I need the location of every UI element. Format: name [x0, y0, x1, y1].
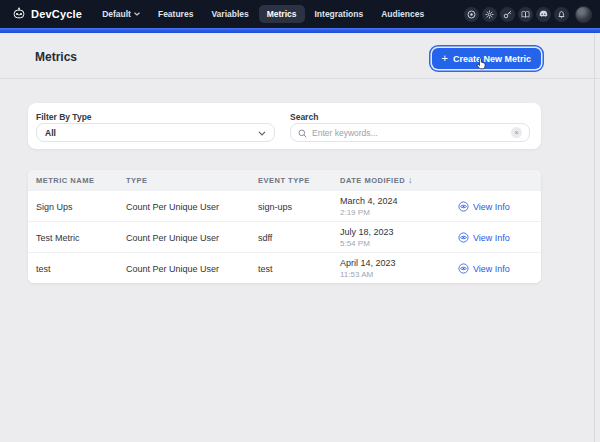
table-row[interactable]: test Count Per Unique User test April 14… — [28, 252, 541, 283]
nav-item-variables[interactable]: Variables — [203, 5, 256, 23]
nav-icon-group — [464, 6, 592, 23]
view-info-link[interactable]: View Info — [458, 232, 541, 243]
book-icon[interactable] — [518, 7, 533, 22]
target-icon[interactable] — [464, 7, 479, 22]
robot-icon — [12, 7, 26, 21]
sort-desc-icon: ↓ — [408, 175, 413, 185]
cell-event-type: test — [258, 264, 340, 274]
filter-type-value: All — [45, 128, 56, 138]
discord-icon[interactable] — [536, 7, 551, 22]
nav-item-metrics[interactable]: Metrics — [259, 5, 305, 23]
devcycle-logo[interactable]: DevCycle — [12, 7, 82, 21]
clear-search-icon[interactable]: × — [511, 127, 522, 138]
search-box: × — [290, 123, 530, 142]
plus-icon: + — [442, 53, 448, 64]
create-button-label: Create New Metric — [453, 54, 531, 64]
metrics-page: DevCycle Default Features Variables Metr… — [0, 0, 600, 442]
chevron-down-icon — [258, 128, 266, 138]
eye-icon — [458, 263, 469, 274]
cell-type: Count Per Unique User — [126, 264, 258, 274]
filter-card: Filter By Type All Search × — [28, 103, 541, 149]
cell-time: 11:53 AM — [340, 270, 452, 279]
search-label: Search — [290, 112, 318, 122]
scrollbar-track[interactable] — [594, 33, 595, 442]
col-metric-name[interactable]: Metric Name — [36, 176, 126, 185]
view-info-link[interactable]: View Info — [458, 201, 541, 212]
cell-date-modified: March 4, 2024 2:19 PM — [340, 196, 452, 217]
search-input[interactable] — [312, 128, 511, 138]
page-title: Metrics — [35, 50, 77, 64]
nav-menu: Default Features Variables Metrics Integ… — [94, 5, 432, 23]
project-dropdown[interactable]: Default — [94, 5, 148, 23]
cell-metric-name: Test Metric — [36, 233, 126, 243]
cell-type: Count Per Unique User — [126, 233, 258, 243]
col-type[interactable]: Type — [126, 176, 258, 185]
table-row[interactable]: Sign Ups Count Per Unique User sign-ups … — [28, 190, 541, 221]
nav-item-features[interactable]: Features — [150, 5, 201, 23]
nav-item-integrations[interactable]: Integrations — [307, 5, 372, 23]
bell-icon[interactable] — [554, 7, 569, 22]
eye-icon — [458, 201, 469, 212]
filter-by-type-label: Filter By Type — [36, 112, 92, 122]
key-icon[interactable] — [500, 7, 515, 22]
create-new-metric-button[interactable]: + Create New Metric — [432, 48, 541, 69]
view-info-link[interactable]: View Info — [458, 263, 541, 274]
col-date-modified[interactable]: Date Modified ↓ — [340, 175, 452, 185]
user-avatar[interactable] — [575, 6, 592, 23]
brand-name: DevCycle — [31, 8, 82, 20]
accent-strip — [0, 28, 600, 33]
eye-icon — [458, 232, 469, 243]
table-header: Metric Name Type Event Type Date Modifie… — [28, 170, 541, 190]
cell-metric-name: test — [36, 264, 126, 274]
cell-time: 5:54 PM — [340, 239, 452, 248]
metrics-table: Metric Name Type Event Type Date Modifie… — [28, 170, 541, 283]
search-icon — [298, 124, 307, 142]
cell-event-type: sdff — [258, 233, 340, 243]
cell-event-type: sign-ups — [258, 202, 340, 212]
nav-item-audiences[interactable]: Audiences — [373, 5, 432, 23]
chevron-down-icon — [134, 12, 140, 16]
cell-type: Count Per Unique User — [126, 202, 258, 212]
table-row[interactable]: Test Metric Count Per Unique User sdff J… — [28, 221, 541, 252]
col-event-type[interactable]: Event Type — [258, 176, 340, 185]
cell-metric-name: Sign Ups — [36, 202, 126, 212]
cell-date-modified: April 14, 2023 11:53 AM — [340, 258, 452, 279]
cell-time: 2:19 PM — [340, 208, 452, 217]
cell-date-modified: July 18, 2023 5:54 PM — [340, 227, 452, 248]
top-navbar: DevCycle Default Features Variables Metr… — [0, 0, 600, 28]
gear-icon[interactable] — [482, 7, 497, 22]
filter-type-select[interactable]: All — [36, 123, 275, 142]
header-divider — [0, 78, 600, 79]
